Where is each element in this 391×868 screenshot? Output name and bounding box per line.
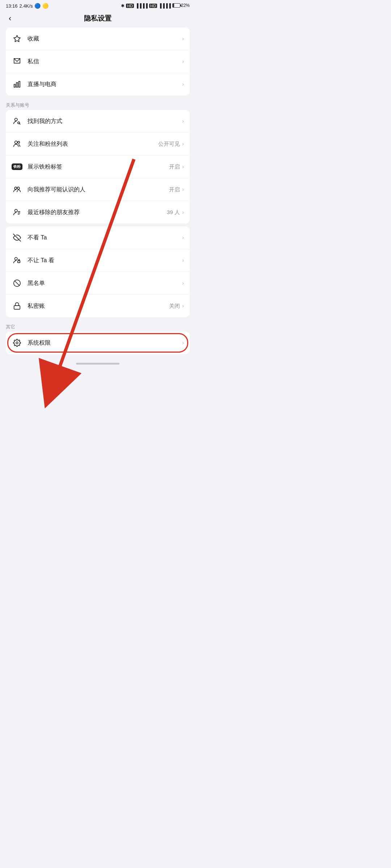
nav-bar: ‹ 隐私设置 [0,10,196,27]
list-item-permissions[interactable]: 系统权限 › [6,332,190,354]
chart-icon [12,79,22,90]
chevron-blacklist: › [182,280,184,286]
chevron-follow-fans: › [182,141,184,147]
hd-label-2: HD [149,4,157,8]
chevron-favorites: › [182,35,184,42]
app-icon-1: 🔵 [34,3,41,9]
section-other: 系统权限 › [6,332,190,354]
svg-point-15 [15,258,17,260]
list-item-recommend[interactable]: 向我推荐可能认识的人 开启 › [6,178,190,201]
remove-list-icon [12,207,22,218]
list-item-not-see[interactable]: 不看 Ta › [6,226,190,249]
item-text-permissions: 系统权限 [28,339,182,347]
block-icon [12,278,22,289]
page-title: 隐私设置 [84,14,112,23]
item-text-find-me: 找到我的方式 [28,118,182,125]
section-block: 不看 Ta › 不让 Ta 看 › 黑名单 › 私密账 关闭 › [6,226,190,317]
svg-point-10 [15,209,17,212]
list-item-live[interactable]: 直播与电商 › [6,73,190,95]
svg-rect-3 [19,81,20,88]
list-item-blacklist[interactable]: 黑名单 › [6,272,190,295]
value-iron-fan: 开启 [169,163,180,170]
status-bar: 13:16 2.4K/s 🔵 🟡 ✱ HD ▐▐▐▐ HD ▐▐▐▐ 22% [0,0,196,10]
person-lock-icon [12,255,22,266]
back-button[interactable]: ‹ [6,12,14,25]
svg-point-20 [16,342,18,344]
chevron-removed: › [182,209,184,216]
list-item-private[interactable]: 私密账 关闭 › [6,295,190,317]
svg-rect-19 [14,306,20,309]
chevron-permissions: › [182,340,184,346]
item-text-iron-fan: 展示铁粉标签 [28,163,169,171]
svg-point-7 [18,141,20,144]
persons-icon [12,139,22,149]
bluetooth-icon: ✱ [121,3,125,8]
chevron-find-me: › [182,118,184,124]
section-relationship: 找到我的方式 › 关注和粉丝列表 公开可见 › 铁粉 展示铁粉标签 开启 › 向… [6,110,190,224]
list-item-iron-fan[interactable]: 铁粉 展示铁粉标签 开启 › [6,156,190,178]
home-indicator [0,360,196,366]
hd-label-1: HD [126,4,134,8]
svg-rect-2 [16,82,18,87]
list-item-find-me[interactable]: 找到我的方式 › [6,110,190,133]
item-text-messages: 私信 [28,58,182,65]
svg-rect-1 [14,84,16,87]
list-item-favorites[interactable]: 收藏 › [6,27,190,50]
item-text-follow-fans: 关注和粉丝列表 [28,140,158,148]
list-item-removed[interactable]: 最近移除的朋友推荐 39 人 › [6,201,190,224]
item-text-removed: 最近移除的朋友推荐 [28,209,167,216]
signal-2: ▐▐▐▐ [159,3,171,8]
list-item-not-let-see[interactable]: 不让 Ta 看 › [6,249,190,272]
chevron-not-see: › [182,234,184,241]
chevron-not-let-see: › [182,257,184,264]
list-item-messages[interactable]: 私信 › [6,50,190,73]
person-search-icon [12,116,22,127]
section-label-other: 其它 [0,320,196,332]
chevron-live: › [182,81,184,88]
badge-icon: 铁粉 [12,161,22,172]
item-text-not-see: 不看 Ta [28,234,182,242]
message-icon [12,56,22,67]
svg-line-18 [15,281,20,286]
svg-rect-16 [18,261,20,263]
signal-1: ▐▐▐▐ [135,3,148,8]
star-icon [12,33,22,44]
list-item-follow-fans[interactable]: 关注和粉丝列表 公开可见 › [6,133,190,156]
person-connect-icon [12,184,22,195]
section-label-relationship: 关系与账号 [0,98,196,110]
item-text-not-let-see: 不让 Ta 看 [28,257,182,264]
time: 13:16 [6,3,18,9]
speed: 2.4K/s [20,3,33,9]
chevron-iron-fan: › [182,163,184,170]
battery-label: 22% [172,3,190,9]
shield-gear-icon [12,337,22,348]
app-icon-2: 🟡 [42,3,49,9]
lock-icon [12,301,22,311]
item-text-favorites: 收藏 [28,35,182,43]
svg-marker-0 [14,35,20,42]
value-private: 关闭 [169,303,180,310]
item-text-private: 私密账 [28,302,169,310]
value-removed: 39 人 [167,209,180,216]
item-text-blacklist: 黑名单 [28,280,182,287]
item-text-recommend: 向我推荐可能认识的人 [28,186,169,193]
svg-point-8 [14,187,17,189]
svg-point-6 [15,141,17,144]
svg-point-9 [17,187,19,189]
eye-off-icon [12,232,22,243]
item-text-live: 直播与电商 [28,81,182,88]
chevron-private: › [182,303,184,309]
svg-point-4 [15,118,17,121]
section-content: 收藏 › 私信 › 直播与电商 › [6,27,190,95]
chevron-recommend: › [182,186,184,193]
value-recommend: 开启 [169,186,180,193]
chevron-messages: › [182,58,184,65]
value-follow-fans: 公开可见 [158,141,180,148]
